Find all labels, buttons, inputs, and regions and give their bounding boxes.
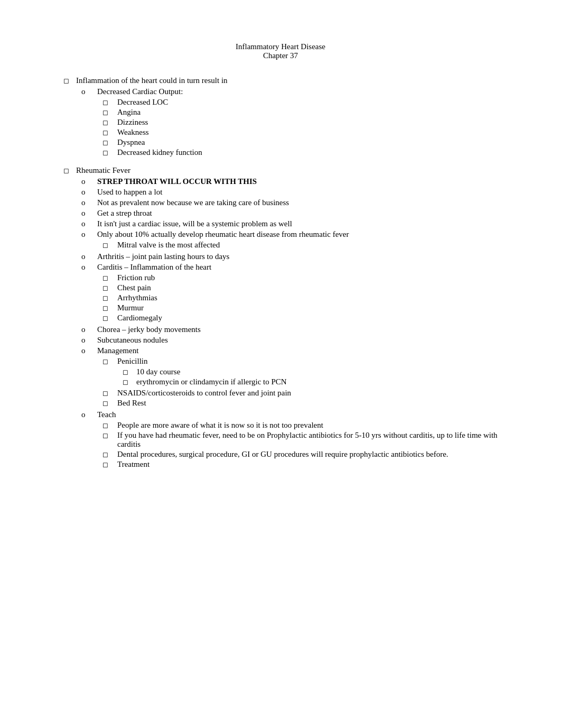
bullet-icon: ◻ (102, 460, 117, 469)
list-item: ◻ Mitral valve is the most affected (102, 241, 508, 250)
bullet-icon: ◻ (102, 108, 117, 117)
list-item: o Only about 10% actually develop rheuma… (81, 230, 508, 251)
list-item: ◻ Treatment (102, 460, 508, 469)
item-text: Dental procedures, surgical procedure, G… (117, 450, 508, 459)
page-title-line1: Inflammatory Heart Disease (53, 42, 508, 51)
item-text: Get a strep throat (97, 209, 152, 217)
item-text: Penicillin ◻ 10 day course ◻ erythromyci… (117, 357, 508, 388)
list-item: o It isn't just a cardiac issue, will be… (81, 219, 508, 228)
list-item: ◻ Weakness (102, 128, 508, 137)
item-text: Weakness (117, 128, 508, 137)
list-item: o Used to happen a lot (81, 188, 508, 197)
list-item: o Carditis – Inflammation of the heart ◻… (81, 263, 508, 324)
item-text: Mitral valve is the most affected (117, 241, 508, 250)
item-text: Friction rub (117, 273, 508, 282)
bullet-o: o (81, 336, 97, 345)
item-text: If you have had rheumatic fever, need to… (117, 431, 508, 449)
bullet-icon: ◻ (102, 399, 117, 408)
list-item: o Chorea – jerky body movements (81, 325, 508, 334)
list-item: ◻ Penicillin ◻ 10 day course ◻ erythromy… (102, 357, 508, 388)
list-item: ◻ NSAIDS/corticosteroids to control feve… (102, 389, 508, 398)
bullet-icon: ◻ (102, 431, 117, 440)
list-item: ◻ Friction rub (102, 273, 508, 282)
list-item: ◻ Dizziness (102, 118, 508, 127)
bullet-icon: ◻ (102, 389, 117, 398)
list-item: o Not as prevalent now because we are ta… (81, 198, 508, 207)
list-item: ◻ Dyspnea (102, 138, 508, 147)
bullet-icon: ◻ (63, 167, 76, 175)
list-item: o Subcutaneous nodules (81, 336, 508, 345)
section-title: Rheumatic Fever (76, 166, 130, 174)
list-item: ◻ Inflammation of the heart could in tur… (53, 76, 508, 160)
bullet-icon: ◻ (102, 357, 117, 366)
item-text: Decreased LOC (117, 98, 508, 107)
item-text: Used to happen a lot (97, 188, 162, 196)
bullet-icon: ◻ (102, 149, 117, 157)
list-item: o Get a strep throat (81, 209, 508, 218)
list-item: ◻ Chest pain (102, 283, 508, 292)
list-item: ◻ People are more aware of what it is no… (102, 421, 508, 430)
bullet-icon: ◻ (102, 304, 117, 312)
item-text: Chest pain (117, 283, 508, 292)
item-text: Murmur (117, 303, 508, 312)
item-text: Dyspnea (117, 138, 508, 147)
item-text: Arthritis – joint pain lasting hours to … (97, 252, 229, 261)
bullet-o: o (81, 263, 97, 272)
item-text: Chorea – jerky body movements (97, 325, 201, 334)
page-title-line2: Chapter 37 (53, 51, 508, 60)
list-item: ◻ Cardiomegaly (102, 314, 508, 322)
bullet-icon: ◻ (102, 450, 117, 459)
bullet-o: o (81, 188, 97, 197)
item-text: Not as prevalent now because we are taki… (97, 198, 289, 207)
item-text: Angina (117, 108, 508, 117)
bullet-o: o (81, 252, 97, 261)
list-item: ◻ Bed Rest (102, 399, 508, 408)
list-item: ◻ Decreased kidney function (102, 148, 508, 157)
list-item: ◻ Angina (102, 108, 508, 117)
list-item: ◻ Arrhythmias (102, 293, 508, 302)
item-text: Only about 10% actually develop rheumati… (97, 230, 349, 238)
bullet-o: o (81, 325, 97, 334)
bullet-icon: ◻ (102, 284, 117, 292)
bullet-icon: ◻ (123, 368, 136, 376)
list-item: ◻ Murmur (102, 303, 508, 312)
bullet-icon: ◻ (123, 378, 136, 386)
bullet-o: o (81, 230, 97, 239)
item-text: Teach (97, 410, 116, 419)
list-item: o STREP THROAT WILL OCCUR WITH THIS (81, 177, 508, 186)
item-text: Dizziness (117, 118, 508, 127)
item-text: erythromycin or clindamycin if allergic … (136, 377, 508, 386)
item-text: NSAIDS/corticosteroids to control fever … (117, 389, 508, 398)
bullet-icon: ◻ (102, 128, 117, 137)
item-text: People are more aware of what it is now … (117, 421, 508, 430)
bullet-o: o (81, 410, 97, 419)
item-text: Decreased kidney function (117, 148, 508, 157)
list-item: o Management ◻ Penicillin ◻ 10 day cours… (81, 346, 508, 409)
bullet-icon: ◻ (102, 314, 117, 322)
bullet-icon: ◻ (102, 294, 117, 302)
section-title: Inflammation of the heart could in turn … (76, 76, 228, 85)
item-text: Bed Rest (117, 399, 508, 408)
item-text: Cardiomegaly (117, 314, 508, 322)
item-text: STREP THROAT WILL OCCUR WITH THIS (97, 177, 257, 186)
list-item: ◻ Rheumatic Fever o STREP THROAT WILL OC… (53, 166, 508, 472)
list-item: o Teach ◻ People are more aware of what … (81, 410, 508, 470)
bullet-o: o (81, 346, 97, 355)
bullet-icon: ◻ (102, 241, 117, 250)
bullet-icon: ◻ (102, 139, 117, 147)
list-item: ◻ Dental procedures, surgical procedure,… (102, 450, 508, 459)
bullet-o: o (81, 87, 97, 96)
item-text: Treatment (117, 460, 508, 469)
item-text: Management (97, 346, 138, 355)
list-item: o Arthritis – joint pain lasting hours t… (81, 252, 508, 261)
main-content: ◻ Inflammation of the heart could in tur… (53, 76, 508, 472)
list-item: ◻ Decreased LOC (102, 98, 508, 107)
bullet-icon: ◻ (102, 98, 117, 107)
bullet-icon: ◻ (102, 274, 117, 282)
bullet-o: o (81, 177, 97, 186)
bullet-icon: ◻ (102, 421, 117, 430)
item-text: Carditis – Inflammation of the heart (97, 263, 211, 271)
bullet-o: o (81, 219, 97, 228)
item-text: Arrhythmias (117, 293, 508, 302)
bullet-o: o (81, 198, 97, 207)
